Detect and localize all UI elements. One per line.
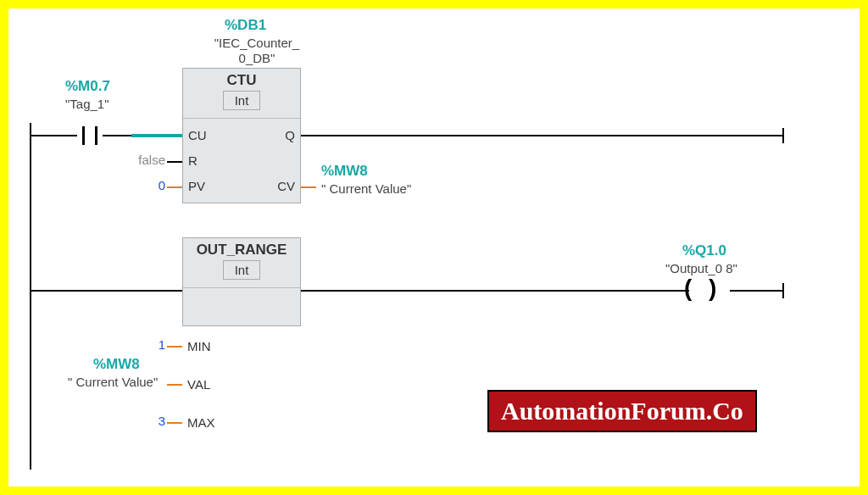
pin-pv: PV bbox=[188, 179, 205, 193]
outrange-block[interactable]: OUT_RANGE Int bbox=[182, 237, 301, 326]
db-name-line1: "IEC_Counter_ bbox=[206, 36, 308, 50]
contact1-address: %M0.7 bbox=[65, 78, 110, 95]
pin-val: VAL bbox=[187, 377, 210, 392]
rung-end-tick bbox=[782, 283, 784, 298]
pin-r: R bbox=[188, 153, 198, 168]
outrange-val-tag: " Current Value" bbox=[68, 375, 158, 389]
contact-open[interactable] bbox=[77, 123, 103, 148]
outrange-datatype[interactable]: Int bbox=[223, 260, 260, 280]
coil-tag: "Output_0 8" bbox=[665, 261, 737, 275]
wire-stub bbox=[167, 384, 182, 386]
pin-q: Q bbox=[285, 128, 295, 142]
rung-end-tick bbox=[782, 128, 784, 143]
ladder-canvas: %DB1 "IEC_Counter_ 0_DB" %M0.7 "Tag_1" C… bbox=[30, 17, 860, 470]
left-power-rail bbox=[30, 123, 31, 470]
outrange-type: OUT_RANGE bbox=[183, 238, 300, 260]
ctu-cv-address: %MW8 bbox=[321, 163, 368, 180]
outrange-min-value[interactable]: 1 bbox=[131, 337, 165, 352]
wire-stub bbox=[167, 422, 182, 424]
wire-stub bbox=[301, 186, 316, 188]
outrange-val-address: %MW8 bbox=[93, 356, 140, 373]
outrange-max-value[interactable]: 3 bbox=[131, 414, 165, 428]
wire-stub bbox=[167, 161, 182, 163]
pin-max: MAX bbox=[187, 415, 215, 430]
watermark: AutomationForum.Co bbox=[487, 390, 757, 432]
ctu-block-type: CTU bbox=[183, 69, 300, 91]
ctu-block-datatype[interactable]: Int bbox=[223, 91, 260, 110]
wire bbox=[674, 290, 689, 292]
wire-stub bbox=[167, 186, 182, 188]
ctu-cv-tag: " Current Value" bbox=[321, 181, 411, 196]
wire bbox=[301, 290, 674, 292]
pin-min: MIN bbox=[187, 339, 211, 353]
output-coil[interactable]: ( ) bbox=[684, 275, 721, 302]
wire bbox=[31, 135, 77, 136]
ctu-block[interactable]: CTU Int CU R PV Q CV bbox=[182, 68, 301, 203]
pin-cu: CU bbox=[188, 128, 207, 142]
wire bbox=[301, 135, 784, 136]
wire-highlight bbox=[131, 134, 182, 137]
ctu-pv-value[interactable]: 0 bbox=[123, 178, 165, 192]
coil-address: %Q1.0 bbox=[682, 242, 726, 259]
ctu-r-value[interactable]: false bbox=[123, 153, 165, 167]
wire bbox=[730, 290, 784, 292]
contact1-tag: "Tag_1" bbox=[65, 97, 109, 111]
wire-stub bbox=[167, 346, 182, 348]
db-name-line2: 0_DB" bbox=[206, 51, 308, 65]
db-address: %DB1 bbox=[225, 17, 266, 34]
wire bbox=[31, 290, 182, 292]
pin-cv: CV bbox=[277, 179, 295, 193]
